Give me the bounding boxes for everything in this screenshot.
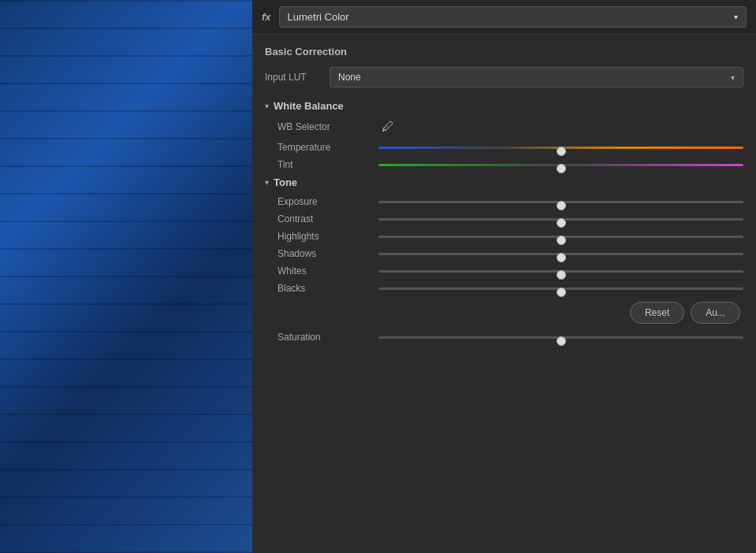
whites-row: Whites: [265, 265, 743, 276]
fx-label: fx: [262, 11, 271, 23]
wb-selector-row: WB Selector 🖊: [265, 120, 743, 134]
blacks-slider[interactable]: [378, 283, 743, 294]
temperature-row: Temperature: [265, 142, 743, 153]
white-balance-header[interactable]: ▾ White Balance: [265, 100, 743, 112]
contrast-slider[interactable]: [378, 213, 743, 225]
contrast-thumb[interactable]: [557, 218, 566, 228]
exposure-row: Exposure: [265, 196, 743, 207]
eyedropper-icon[interactable]: 🖊: [382, 120, 394, 134]
tint-thumb[interactable]: [557, 164, 566, 173]
exposure-thumb[interactable]: [557, 201, 566, 210]
highlights-track: [378, 236, 743, 238]
tint-label: Tint: [277, 159, 372, 170]
effect-dropdown[interactable]: Lumetri Color ▾: [279, 6, 747, 28]
lumetri-color-panel: fx Lumetri Color ▾ Basic Correction Inpu…: [252, 0, 756, 553]
blacks-thumb[interactable]: [557, 288, 566, 297]
whites-slider[interactable]: [378, 265, 743, 276]
saturation-row: Saturation: [265, 332, 743, 343]
shadows-thumb[interactable]: [557, 253, 566, 262]
saturation-slider[interactable]: [378, 332, 743, 343]
contrast-track: [378, 218, 743, 221]
blacks-label: Blacks: [277, 283, 372, 294]
exposure-track: [378, 201, 743, 203]
input-lut-label: Input LUT: [265, 72, 320, 83]
lut-chevron-icon: ▾: [731, 73, 735, 82]
panel-content: Basic Correction Input LUT None ▾ ▾ Whit…: [252, 35, 756, 553]
tint-row: Tint: [265, 159, 743, 170]
auto-button[interactable]: Au...: [691, 302, 740, 324]
input-lut-dropdown[interactable]: None ▾: [330, 67, 743, 87]
saturation-label: Saturation: [277, 332, 372, 343]
tint-track: [378, 164, 743, 166]
blacks-track: [378, 288, 743, 290]
top-bar: fx Lumetri Color ▾: [252, 0, 756, 35]
tone-buttons: Reset Au...: [265, 302, 743, 324]
saturation-track: [378, 336, 743, 339]
tone-collapse-icon: ▾: [265, 178, 269, 187]
temperature-track: [378, 147, 743, 149]
temperature-thumb[interactable]: [557, 147, 566, 156]
tone-header[interactable]: ▾ Tone: [265, 176, 743, 188]
exposure-label: Exposure: [277, 196, 372, 207]
temperature-slider[interactable]: [378, 142, 743, 153]
highlights-label: Highlights: [277, 231, 372, 242]
whites-thumb[interactable]: [557, 270, 566, 280]
tint-slider[interactable]: [378, 159, 743, 170]
white-balance-collapse-icon: ▾: [265, 102, 269, 110]
whites-label: Whites: [277, 265, 372, 276]
highlights-thumb[interactable]: [557, 236, 566, 245]
shadows-track: [378, 253, 743, 255]
chevron-down-icon: ▾: [734, 13, 738, 21]
effect-name: Lumetri Color: [288, 11, 349, 23]
contrast-row: Contrast: [265, 213, 743, 225]
white-balance-title: White Balance: [274, 100, 344, 112]
reset-button[interactable]: Reset: [630, 302, 684, 324]
tone-title: Tone: [274, 176, 297, 188]
shadows-slider[interactable]: [378, 248, 743, 259]
input-lut-row: Input LUT None ▾: [265, 67, 743, 87]
saturation-thumb[interactable]: [557, 336, 566, 346]
basic-correction-title: Basic Correction: [265, 46, 743, 58]
lut-value: None: [338, 72, 361, 83]
blacks-row: Blacks: [265, 283, 743, 294]
wb-selector-label: WB Selector: [277, 121, 372, 132]
highlights-row: Highlights: [265, 231, 743, 242]
exposure-slider[interactable]: [378, 196, 743, 207]
shadows-row: Shadows: [265, 248, 743, 259]
shadows-label: Shadows: [277, 248, 372, 259]
whites-track: [378, 270, 743, 273]
image-preview-panel: [0, 0, 252, 553]
contrast-label: Contrast: [277, 213, 372, 225]
temperature-label: Temperature: [277, 142, 372, 153]
tone-section: ▾ Tone Exposure Contrast: [265, 176, 743, 324]
highlights-slider[interactable]: [378, 231, 743, 242]
white-balance-section: ▾ White Balance WB Selector 🖊 Temperatur…: [265, 100, 743, 170]
